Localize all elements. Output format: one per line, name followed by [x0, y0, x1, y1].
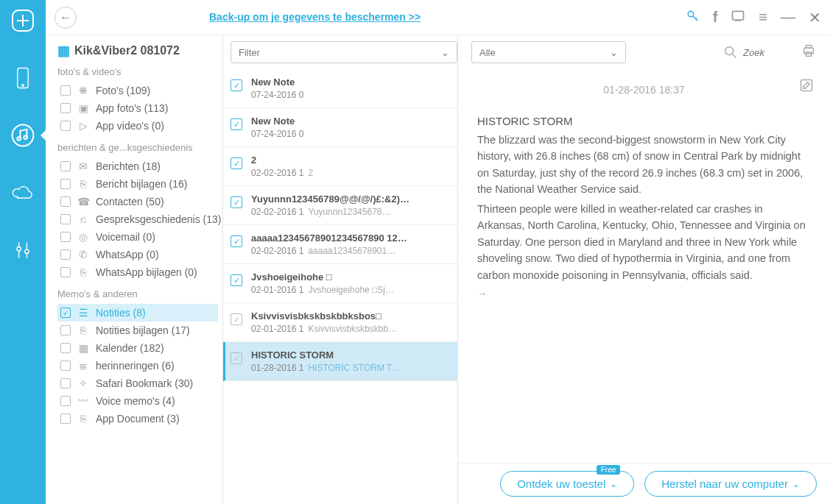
- close-button[interactable]: ✕: [809, 9, 821, 26]
- tree-voicemail[interactable]: ◎Voicemail (0): [57, 228, 222, 246]
- row-checkbox[interactable]: ✓: [231, 235, 242, 247]
- row-checkbox[interactable]: ✓: [231, 157, 242, 169]
- list-item[interactable]: ✓New Note07-24-2016 0: [223, 108, 457, 147]
- filter-dropdown[interactable]: Filter⌄: [231, 41, 457, 63]
- device-title: Kik&Viber2 081072: [57, 43, 222, 59]
- feedback-icon[interactable]: [731, 9, 745, 26]
- tree-berichten[interactable]: ✉Berichten (18): [57, 157, 222, 175]
- group-memos: Memo's & anderen: [57, 288, 222, 299]
- back-button[interactable]: ←: [54, 7, 77, 29]
- note-body: The blizzard was the second-biggest snow…: [477, 132, 811, 301]
- list-item[interactable]: ✓HISTORIC STORM01-28-2016 1HISTORIC STOR…: [223, 342, 457, 381]
- free-badge: Free: [597, 465, 621, 475]
- row-sub: 02-02-2016 1Yuyunnn12345678…: [251, 207, 451, 217]
- tools-icon[interactable]: [8, 235, 38, 265]
- row-sub: 07-24-2016 0: [251, 90, 451, 100]
- row-sub: 01-28-2016 1HISTORIC STORM T…: [251, 363, 451, 373]
- key-icon[interactable]: [686, 10, 700, 26]
- group-media: foto's & video's: [57, 66, 222, 77]
- note-list: ✓New Note07-24-2016 0✓New Note07-24-2016…: [223, 69, 457, 504]
- tree-kalender[interactable]: ▦Kalender (182): [57, 339, 222, 357]
- row-checkbox[interactable]: ✓: [231, 313, 242, 325]
- all-dropdown[interactable]: Alle⌄: [471, 41, 626, 63]
- tree-herinneringen[interactable]: ≣herinneringen (6): [57, 357, 222, 375]
- tree-app-document[interactable]: ⎘App Document (3): [57, 410, 222, 427]
- search-box[interactable]: [722, 44, 787, 60]
- row-title: New Note: [251, 116, 451, 127]
- tree-photos[interactable]: ❋Foto's (109): [57, 82, 222, 99]
- list-item[interactable]: ✓Ksivvisvisbkskbskbbksbos□02-01-2016 1Ks…: [223, 303, 457, 342]
- svg-point-4: [17, 137, 21, 141]
- menu-icon[interactable]: ≡: [759, 9, 767, 26]
- svg-rect-1: [18, 68, 28, 88]
- svg-rect-14: [801, 80, 812, 91]
- svg-point-2: [22, 85, 24, 87]
- note-list-pane: Filter⌄ ✓New Note07-24-2016 0✓New Note07…: [222, 35, 458, 504]
- tree-gesprek[interactable]: ⎌Gespreksgeschiedenis (13): [57, 210, 222, 228]
- row-title: Yuyunnn123456789@@/@/)£:&2)…: [251, 194, 451, 205]
- row-title: Jvshoeigeihohe □: [251, 271, 451, 283]
- list-item[interactable]: ✓Yuyunnn123456789@@/@/)£:&2)…02-02-2016 …: [223, 186, 457, 225]
- row-sub: 07-24-2016 0: [251, 129, 451, 139]
- nav-rail: [0, 0, 46, 504]
- row-title: New Note: [251, 77, 451, 88]
- continue-arrow: →: [477, 286, 811, 301]
- phone-icon[interactable]: [8, 63, 38, 93]
- promo-link[interactable]: Back-up om je gegevens te beschermen >>: [209, 11, 421, 24]
- row-checkbox[interactable]: ✓: [231, 196, 242, 208]
- row-title: 2: [251, 155, 451, 166]
- svg-rect-9: [733, 11, 744, 20]
- row-title: Ksivvisvisbkskbskbbksbos□: [251, 310, 451, 322]
- row-checkbox[interactable]: ✓: [231, 352, 242, 364]
- print-icon[interactable]: [801, 43, 817, 62]
- tree-notities[interactable]: ✓☰Notities (8): [57, 304, 218, 322]
- sidebar-tree: Kik&Viber2 081072 foto's & video's ❋Foto…: [46, 35, 222, 504]
- tree-voice-memo[interactable]: 〰Voice memo's (4): [57, 392, 222, 410]
- list-item[interactable]: ✓aaaaa12345678901234567890 12…02-02-2016…: [223, 225, 457, 264]
- group-msgs: berichten & ge...ksgeschiedenis: [57, 142, 222, 153]
- tree-notities-att[interactable]: ⎘Notities bijlagen (17): [57, 322, 222, 339]
- row-sub: 02-02-2016 12: [251, 168, 451, 178]
- tree-app-videos[interactable]: ▷App video's (0): [57, 117, 222, 135]
- edit-icon[interactable]: [799, 78, 814, 96]
- row-sub: 02-01-2016 1Ksivvisvisbkskbskbb…: [251, 324, 451, 334]
- row-checkbox[interactable]: ✓: [231, 274, 242, 286]
- logo-icon: [8, 6, 38, 35]
- list-item[interactable]: ✓202-02-2016 12: [223, 147, 457, 186]
- svg-point-10: [725, 47, 734, 55]
- action-bar: Ontdek uw toestel⌄ Free Herstel naar uw …: [458, 463, 830, 504]
- discover-device-button[interactable]: Ontdek uw toestel⌄ Free: [500, 471, 634, 497]
- row-sub: 02-01-2016 1Jvshoeigeihohe □Sj…: [251, 285, 451, 295]
- search-input[interactable]: [743, 47, 787, 58]
- list-item[interactable]: ✓Jvshoeigeihohe □02-01-2016 1Jvshoeigeih…: [223, 264, 457, 303]
- svg-point-8: [688, 11, 694, 17]
- music-icon[interactable]: [8, 121, 38, 150]
- row-checkbox[interactable]: ✓: [231, 118, 242, 130]
- row-sub: 02-02-2016 1aaaaa12345678901…: [251, 246, 451, 256]
- svg-point-5: [24, 135, 27, 139]
- topbar: ← Back-up om je gegevens te beschermen >…: [46, 0, 830, 35]
- tree-whatsapp[interactable]: ✆WhatsApp (0): [57, 246, 222, 263]
- svg-rect-12: [806, 46, 811, 49]
- detail-pane: Alle⌄ 01-28-2016 18:37 HISTORIC STORM Th…: [458, 35, 830, 504]
- tree-safari[interactable]: ✧Safari Bookmark (30): [57, 375, 222, 392]
- svg-point-3: [13, 125, 34, 146]
- note-date: 01-28-2016 18:37: [477, 84, 811, 96]
- row-checkbox[interactable]: ✓: [231, 79, 242, 91]
- svg-rect-13: [806, 52, 811, 57]
- list-item[interactable]: ✓New Note07-24-2016 0: [223, 69, 457, 108]
- minimize-button[interactable]: —: [781, 9, 795, 26]
- facebook-icon[interactable]: f: [713, 9, 718, 26]
- cloud-icon[interactable]: [8, 178, 38, 207]
- tree-bericht-bijlagen[interactable]: ⎘Bericht bijlagen (16): [57, 175, 222, 193]
- restore-button[interactable]: Herstel naar uw computer⌄: [644, 471, 817, 497]
- tree-app-photos[interactable]: ▣App foto's (113): [57, 99, 222, 117]
- tree-contacten[interactable]: ☎Contacten (50): [57, 193, 222, 210]
- row-title: aaaaa12345678901234567890 12…: [251, 233, 451, 244]
- row-title: HISTORIC STORM: [251, 349, 451, 361]
- note-title: HISTORIC STORM: [477, 115, 811, 127]
- tree-whatsapp-att[interactable]: ⎘WhatsApp bijlagen (0): [57, 263, 222, 281]
